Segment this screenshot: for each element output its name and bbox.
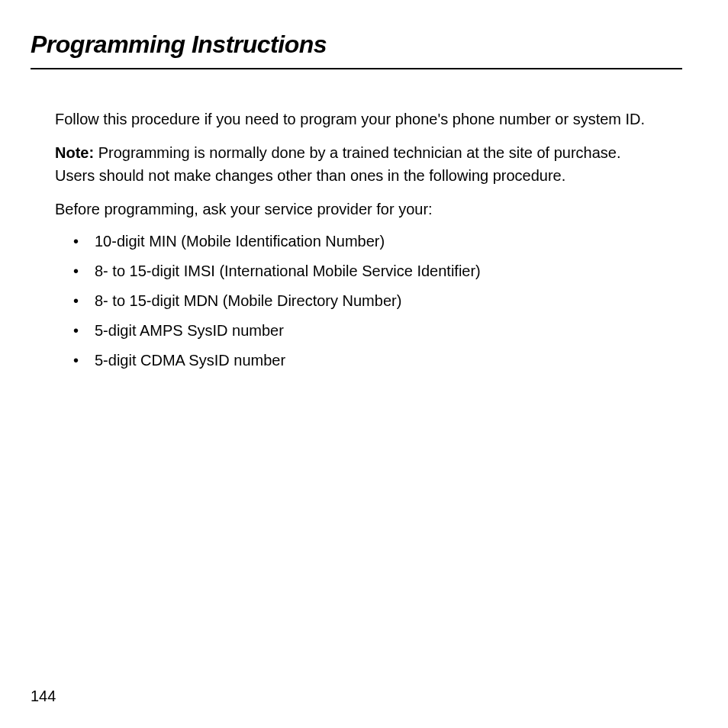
bullet-list: 10-digit MIN (Mobile Identification Numb… — [55, 231, 658, 371]
page-title: Programming Instructions — [31, 31, 682, 59]
note-paragraph: Note: Programming is normally done by a … — [55, 141, 658, 187]
before-paragraph: Before programming, ask your service pro… — [55, 198, 658, 221]
list-item: 10-digit MIN (Mobile Identification Numb… — [55, 231, 658, 252]
title-rule — [31, 68, 682, 69]
list-item: 5-digit AMPS SysID number — [55, 321, 658, 341]
list-item: 8- to 15-digit IMSI (International Mobil… — [55, 261, 658, 282]
note-body: Programming is normally done by a traine… — [55, 144, 620, 184]
page-number: 144 — [31, 688, 56, 705]
content-body: Follow this procedure if you need to pro… — [55, 108, 658, 371]
list-item: 5-digit CDMA SysID number — [55, 350, 658, 371]
intro-paragraph: Follow this procedure if you need to pro… — [55, 108, 658, 130]
note-label: Note: — [55, 144, 94, 161]
list-item: 8- to 15-digit MDN (Mobile Directory Num… — [55, 291, 658, 311]
